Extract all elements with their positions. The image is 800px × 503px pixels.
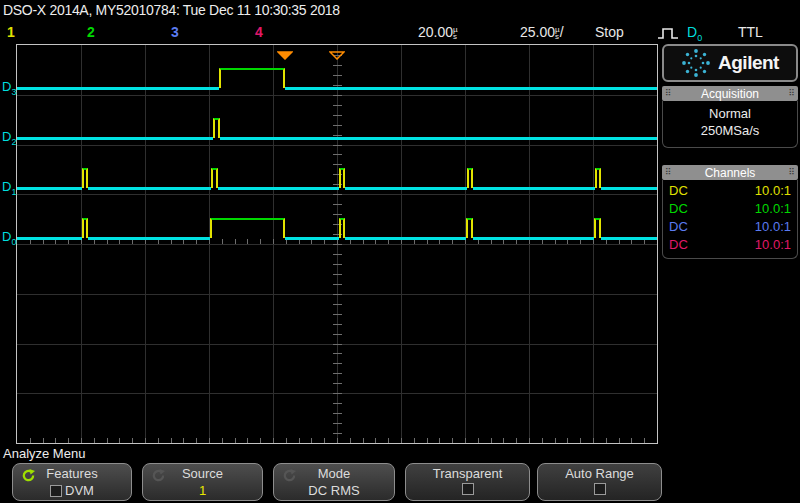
channel-row: DC10.0:1 xyxy=(663,200,797,218)
digital-channel-label: D0 xyxy=(2,230,17,249)
axis-tick xyxy=(247,438,248,443)
axis-tick xyxy=(503,438,504,443)
oscilloscope-screen: DSO-X 2014A, MY52010784: Tue Dec 11 10:3… xyxy=(0,0,800,503)
axis-tick xyxy=(333,314,342,315)
axis-tick xyxy=(333,284,342,285)
coupling: DC xyxy=(669,219,688,235)
axis-tick xyxy=(333,65,342,66)
baseline-segment xyxy=(220,137,657,140)
coupling: DC xyxy=(669,201,688,217)
axis-tick xyxy=(94,438,95,443)
acquisition-panel: Normal 250MSa/s xyxy=(662,101,798,148)
axis-tick xyxy=(388,438,389,443)
acquisition-mode: Normal xyxy=(663,105,797,122)
axis-tick xyxy=(260,438,261,443)
drag-grip-icon: ⠿ xyxy=(662,89,675,98)
channel-row: DC10.0:1 xyxy=(663,218,797,236)
baseline-segment xyxy=(17,187,82,190)
axis-tick xyxy=(235,239,236,244)
probe-ratio: 10.0:1 xyxy=(755,201,791,217)
axis-tick xyxy=(333,423,342,424)
axis-tick xyxy=(119,438,120,443)
softkey-mode[interactable]: Mode DC RMS xyxy=(273,463,395,501)
axis-tick xyxy=(333,304,342,305)
channel-row: DC10.0:1 xyxy=(663,236,797,254)
menu-title: Analyze Menu xyxy=(3,446,85,461)
coupling: DC xyxy=(669,183,688,199)
digital-channel-label: D3 xyxy=(2,80,17,99)
transparent-checkbox[interactable] xyxy=(462,483,474,495)
channels-panel: DC10.0:1 DC10.0:1 DC10.0:1 DC10.0:1 xyxy=(662,180,798,259)
pulse xyxy=(219,68,285,88)
axis-tick xyxy=(333,244,342,245)
baseline-segment xyxy=(17,137,213,140)
probe-ratio: 10.0:1 xyxy=(755,219,791,235)
digital-channel-label: D2 xyxy=(2,130,17,149)
axis-tick xyxy=(333,433,342,434)
axis-tick xyxy=(333,383,342,384)
probe-ratio: 10.0:1 xyxy=(755,183,791,199)
axis-tick xyxy=(333,274,342,275)
pulse-icon xyxy=(657,27,679,43)
axis-tick xyxy=(158,438,159,443)
axis-tick xyxy=(299,438,300,443)
axis-tick xyxy=(333,254,342,255)
softkey-source[interactable]: Source 1 xyxy=(142,463,263,501)
pulse xyxy=(595,168,601,188)
axis-tick xyxy=(567,438,568,443)
delay-time-readout: 20.00µs xyxy=(418,24,458,40)
acquisition-header[interactable]: ⠿ Acquisition ⠿ xyxy=(662,86,798,101)
axis-tick xyxy=(491,438,492,443)
axis-tick xyxy=(171,438,172,443)
axis-tick xyxy=(333,264,342,265)
axis-tick xyxy=(363,438,364,443)
channel-row: DC10.0:1 xyxy=(663,182,797,200)
baseline-segment xyxy=(473,237,594,240)
brand-name: Agilent xyxy=(718,52,779,74)
axis-tick xyxy=(333,85,342,86)
axis-tick xyxy=(606,438,607,443)
axis-tick xyxy=(375,438,376,443)
channel-number: 2 xyxy=(87,24,95,40)
features-checkbox[interactable] xyxy=(50,485,62,497)
softkey-transparent[interactable]: Transparent xyxy=(405,463,530,501)
axis-tick xyxy=(222,239,223,244)
time-reference-marker xyxy=(329,46,345,64)
channel-number: 1 xyxy=(7,24,15,40)
axis-tick xyxy=(516,438,517,443)
axis-tick xyxy=(333,135,342,136)
probe-ratio: 10.0:1 xyxy=(755,237,791,253)
axis-tick xyxy=(132,438,133,443)
axis-tick xyxy=(235,438,236,443)
axis-tick xyxy=(644,438,645,443)
axis-tick xyxy=(333,105,342,106)
axis-tick xyxy=(333,204,342,205)
softkey-features[interactable]: Features DVM xyxy=(12,463,132,501)
axis-tick xyxy=(333,154,342,155)
channels-header[interactable]: ⠿ Channels ⠿ xyxy=(662,165,798,180)
axis-tick xyxy=(209,438,210,443)
baseline-segment xyxy=(345,237,466,240)
run-state: Stop xyxy=(595,24,624,40)
axis-tick xyxy=(333,403,342,404)
agilent-spark-icon xyxy=(681,48,711,78)
axis-tick xyxy=(273,438,274,443)
softkey-autorange[interactable]: Auto Range xyxy=(537,463,662,501)
baseline-segment xyxy=(285,237,339,240)
axis-tick xyxy=(593,438,594,443)
axis-tick xyxy=(580,438,581,443)
axis-tick xyxy=(631,438,632,443)
axis-tick xyxy=(324,438,325,443)
baseline-segment xyxy=(601,187,657,190)
pulse xyxy=(211,168,218,188)
pulse xyxy=(467,168,473,188)
pulse xyxy=(594,218,601,238)
axis-tick xyxy=(68,438,69,443)
axis-tick xyxy=(439,438,440,443)
baseline-segment xyxy=(345,187,467,190)
autorange-checkbox[interactable] xyxy=(594,483,606,495)
sample-rate: 250MSa/s xyxy=(663,122,797,139)
axis-tick xyxy=(196,438,197,443)
pulse xyxy=(466,218,473,238)
axis-tick xyxy=(333,363,342,364)
